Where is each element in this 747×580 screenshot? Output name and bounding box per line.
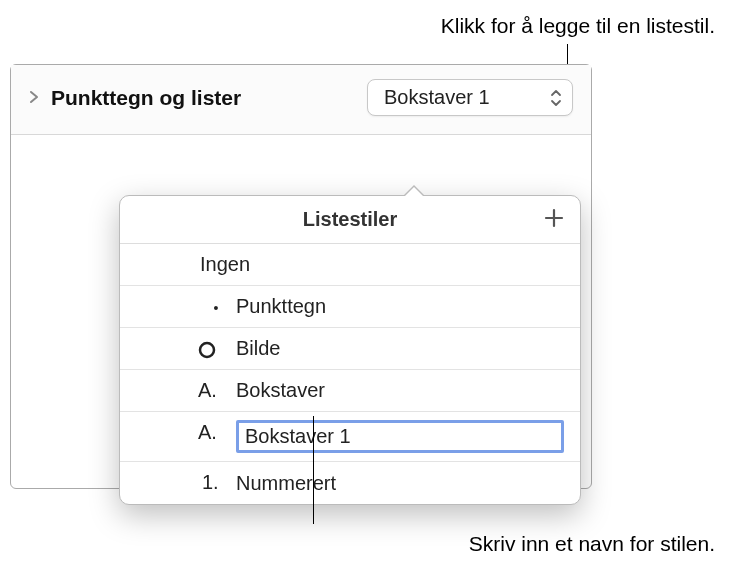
list-item-none[interactable]: Ingen [120,244,580,286]
list-item-label: Bilde [236,337,280,360]
callout-add-style: Klikk for å legge til en listestil. [441,14,715,38]
list-item-bullet[interactable]: • Punkttegn [120,286,580,328]
list-styles-popover: Listestiler Ingen • Punkttegn Bilde [119,195,581,505]
list-item-letters-editing[interactable]: A. [120,412,580,462]
number-marker: 1. [202,471,230,494]
format-panel: Punkttegn og lister Bokstaver 1 Listesti… [10,64,592,489]
list-item-label: Bokstaver [236,379,325,402]
popover-title: Listestiler [303,208,397,231]
svg-point-0 [200,343,214,357]
dropdown-value: Bokstaver 1 [384,86,490,109]
list-item-label: Nummerert [236,472,336,495]
panel-title: Punkttegn og lister [51,86,241,110]
chevron-right-icon [29,90,39,107]
panel-header: Punkttegn og lister Bokstaver 1 [11,65,591,135]
popover-header: Listestiler [120,196,580,244]
bullet-icon: • [202,300,230,316]
chevron-updown-icon [550,89,562,107]
callout-line-bottom [313,416,314,524]
callout-name-style: Skriv inn et navn for stilen. [469,532,715,556]
list-style-dropdown[interactable]: Bokstaver 1 [367,79,573,116]
style-name-input[interactable] [236,420,564,453]
list-item-letters[interactable]: A. Bokstaver [120,370,580,412]
letter-marker: A. [198,421,228,444]
list-styles-list: Ingen • Punkttegn Bilde A. Bokstaver A. [120,244,580,504]
letter-marker: A. [198,379,228,402]
list-item-image[interactable]: Bilde [120,328,580,370]
circle-icon [198,341,226,359]
list-item-label: Punkttegn [236,295,326,318]
list-item-numbered[interactable]: 1. Nummerert [120,462,580,504]
add-style-button[interactable] [544,208,564,229]
list-item-label: Ingen [200,253,250,276]
